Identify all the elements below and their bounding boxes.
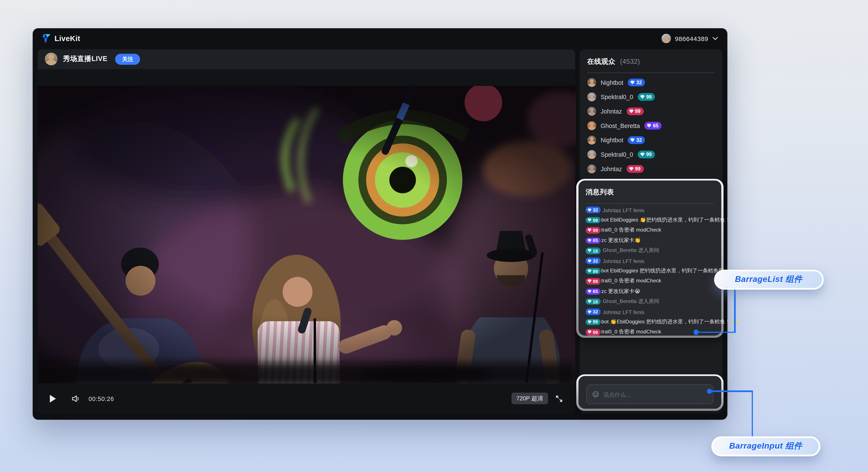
diamond-icon	[587, 239, 592, 242]
video-stream[interactable]	[38, 86, 575, 383]
viewer-name: Johntaz	[601, 108, 622, 115]
message-list: 32Johntaz LFT fenis99bot EbilDoggies 👏把钓…	[586, 207, 714, 335]
level-badge: 99	[638, 93, 655, 100]
diamond-icon	[587, 279, 592, 283]
barrage-list-panel: 消息列表 32Johntaz LFT fenis99bot EbilDoggie…	[576, 179, 723, 338]
message-text: bot 👏EbilDoggies 把钓线扔进水里，钓到了一条鳕鱼！ ✨	[601, 319, 738, 326]
brand: LiveKit	[42, 34, 80, 43]
level-number: 99	[635, 166, 641, 172]
level-number: 32	[636, 80, 642, 85]
stream-header: 秀场直播LIVE 关注	[38, 49, 575, 69]
message-input[interactable]	[586, 384, 713, 404]
diamond-icon	[587, 300, 592, 304]
streamer-avatar	[45, 53, 58, 65]
barrage-list-inner: 消息列表 32Johntaz LFT fenis99bot EbilDoggie…	[578, 181, 721, 336]
user-menu[interactable]: 986644389	[662, 34, 718, 43]
viewer-avatar	[587, 164, 596, 174]
viewer-avatar	[587, 121, 596, 130]
message-row: 32Johntaz LFT fenis	[586, 308, 714, 315]
viewer-row[interactable]: Spektral0_099	[587, 92, 715, 101]
level-number: 32	[593, 207, 598, 213]
user-avatar	[662, 34, 671, 43]
viewer-row[interactable]: Nightbot32	[587, 136, 715, 145]
level-number: 99	[593, 228, 598, 233]
diamond-icon	[587, 218, 592, 222]
follow-button[interactable]: 关注	[115, 54, 140, 65]
message-text: tral0_0 告密者 modCheck	[601, 329, 661, 336]
viewer-row[interactable]: Johntaz99	[587, 164, 715, 174]
level-number: 65	[593, 289, 598, 294]
player-card: 秀场直播LIVE 关注	[38, 49, 575, 414]
barrage-input-connector-vline	[751, 390, 753, 437]
message-row: 32Johntaz LFT fenis	[586, 258, 714, 264]
brand-name: LiveKit	[55, 34, 80, 42]
diamond-icon	[587, 208, 592, 212]
viewer-name: Spektral0_0	[601, 93, 633, 100]
level-number: 16	[593, 248, 598, 254]
level-badge: 32	[586, 258, 600, 264]
barrage-list-connector-hline	[696, 332, 735, 333]
barrage-input-connector-hline	[709, 390, 753, 392]
viewer-name: Johntaz	[601, 166, 622, 172]
diamond-icon	[630, 138, 635, 143]
playback-time: 00:50:26	[89, 395, 114, 402]
viewer-name: Ghost_Beretta	[601, 122, 640, 129]
level-badge: 16	[586, 247, 600, 254]
level-number: 99	[593, 217, 598, 223]
volume-button[interactable]	[71, 394, 80, 402]
diamond-icon	[587, 290, 592, 293]
message-row: 16Ghost_Beretta 进入房间	[586, 298, 714, 305]
level-badge: 99	[638, 151, 655, 158]
message-text: bot EbilDoggies 把钓线扔进水里，钓到了一条鳕鱼😊	[601, 267, 724, 275]
viewer-row[interactable]: Spektral0_099	[587, 150, 715, 159]
level-number: 65	[593, 238, 598, 243]
message-text: tral0_0 告密者 modCheck	[601, 278, 661, 285]
fullscreen-button[interactable]	[555, 394, 563, 402]
diamond-icon	[587, 259, 592, 263]
diamond-icon	[587, 249, 592, 253]
diamond-icon	[629, 167, 633, 171]
chevron-down-icon	[712, 36, 718, 40]
divider	[586, 204, 714, 204]
level-badge: 65	[586, 237, 600, 244]
user-id: 986644389	[675, 35, 708, 42]
message-row: 99tral0_0 告密者 modCheck	[586, 227, 714, 234]
diamond-icon	[647, 123, 651, 128]
viewer-avatar	[587, 92, 596, 101]
diamond-icon	[587, 310, 592, 314]
level-number: 99	[593, 319, 598, 325]
chat-text-field[interactable]	[602, 391, 707, 398]
viewer-name: Spektral0_0	[601, 151, 633, 158]
barrage-list-anchor-dot	[693, 330, 699, 335]
viewer-row[interactable]: Ghost_Beretta65	[587, 121, 715, 130]
level-badge: 32	[628, 136, 645, 144]
level-number: 99	[593, 278, 598, 284]
diamond-icon	[587, 320, 592, 324]
viewer-row[interactable]: Johntaz99	[587, 107, 715, 116]
message-row: 65zc 更改玩家卡😭	[586, 288, 714, 295]
message-row: 99bot EbilDoggies 👏把钓线扔进水里，钓到了一条鳕鱼！	[586, 217, 714, 224]
barrage-list-annotation-label: BarrageList 组件	[735, 274, 802, 285]
message-row: 65zc 更改玩家卡👏	[586, 237, 714, 244]
viewers-title: 在线观众	[587, 57, 615, 65]
viewer-row[interactable]: Nightbot32	[587, 78, 715, 87]
page: LiveKit 986644389 秀场直播LIVE 关注	[0, 0, 868, 472]
viewer-list: Nightbot32Spektral0_099Johntaz99Ghost_Be…	[587, 78, 715, 174]
message-row: 99tral0_0 告密者 modCheck	[586, 278, 714, 285]
viewer-name: Nightbot	[601, 137, 623, 143]
play-button[interactable]	[50, 394, 57, 403]
viewer-name: Nightbot	[601, 79, 623, 86]
viewer-avatar	[587, 136, 596, 145]
level-badge: 16	[586, 298, 600, 305]
diamond-icon	[587, 228, 592, 232]
level-number: 32	[636, 137, 642, 143]
level-badge: 65	[586, 288, 600, 295]
level-badge: 65	[644, 122, 662, 129]
message-text: Johntaz LFT fenis	[603, 258, 644, 264]
quality-button[interactable]: 720P 超清	[512, 392, 548, 404]
level-number: 99	[635, 109, 641, 114]
message-text: bot EbilDoggies 👏把钓线扔进水里，钓到了一条鳕鱼！	[601, 217, 730, 224]
navbar: LiveKit 986644389	[32, 28, 727, 49]
level-badge: 32	[628, 79, 645, 86]
diamond-icon	[640, 152, 645, 157]
